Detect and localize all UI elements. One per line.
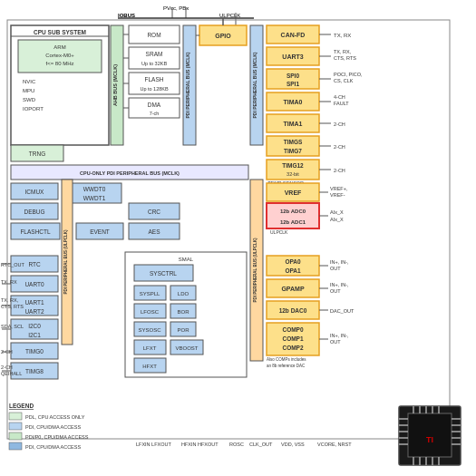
svg-text:SDA, SCL: SDA, SCL <box>1 324 24 329</box>
svg-text:SMAL: SMAL <box>179 257 194 262</box>
svg-text:PDI PERIPHERAL BUS (MCLK): PDI PERIPHERAL BUS (MCLK) <box>185 52 190 118</box>
svg-text:LFOSC: LFOSC <box>141 309 160 315</box>
svg-text:HFXT: HFXT <box>142 364 157 369</box>
svg-text:VBOOST: VBOOST <box>175 345 198 351</box>
svg-text:OPA1: OPA1 <box>285 267 301 274</box>
svg-text:DMA: DMA <box>148 102 161 108</box>
svg-text:ROSC: ROSC <box>229 442 244 447</box>
svg-text:Up to 128KB: Up to 128KB <box>140 86 169 92</box>
svg-text:POCI, PICO,: POCI, PICO, <box>334 72 363 77</box>
svg-text:VREF: VREF <box>285 189 302 196</box>
svg-rect-210 <box>9 423 22 430</box>
svg-text:AIx_X: AIx_X <box>330 209 344 215</box>
svg-text:COMP1: COMP1 <box>282 335 304 342</box>
svg-text:VREF+,: VREF+, <box>330 186 348 191</box>
svg-text:Also COMPs includes: Also COMPs includes <box>267 357 306 362</box>
svg-text:VDD, VSS: VDD, VSS <box>281 442 305 447</box>
svg-text:SYSPLL: SYSPLL <box>140 291 160 296</box>
svg-text:an 8b reference DAC: an 8b reference DAC <box>267 364 306 368</box>
svg-text:TX, RX,: TX, RX, <box>334 49 352 54</box>
svg-text:UART0: UART0 <box>24 281 44 287</box>
svg-text:FLASHCTL: FLASHCTL <box>20 228 51 235</box>
svg-text:4-CH: 4-CH <box>334 94 345 100</box>
svg-text:RTC: RTC <box>28 261 41 267</box>
diagram-container: PVcc, PBx IOBUS ULPCLK CPU SUB SYSTEM AR… <box>0 0 476 476</box>
svg-text:I2C1: I2C1 <box>28 332 41 338</box>
svg-text:AES: AES <box>148 228 160 235</box>
svg-text:TIMG0: TIMG0 <box>25 348 44 355</box>
cpu-subsystem-title: CPU SUB SYSTEM <box>34 29 86 35</box>
svg-text:IOPORT: IOPORT <box>23 106 44 112</box>
svg-text:Up to 32KB: Up to 32KB <box>141 61 167 66</box>
svg-text:TIMG8: TIMG8 <box>25 368 44 374</box>
svg-text:OUT: OUT <box>330 339 341 345</box>
svg-text:ROM: ROM <box>147 32 160 38</box>
svg-text:OUT: OUT <box>330 266 341 271</box>
svg-text:CPU-ONLY PDI PERIPHERAL BUS (M: CPU-ONLY PDI PERIPHERAL BUS (MCLK) <box>80 170 180 176</box>
svg-text:I2C0: I2C0 <box>28 323 41 329</box>
svg-text:IN+, IN-,: IN+, IN-, <box>330 259 349 265</box>
svg-text:SPI0: SPI0 <box>287 73 299 79</box>
svg-text:COMP2: COMP2 <box>282 345 304 351</box>
svg-text:TIMG7: TIMG7 <box>284 148 302 154</box>
svg-text:2-CH: 2-CH <box>334 144 345 150</box>
svg-text:PDI, CPU/DMA ACCESS: PDI, CPU/DMA ACCESS <box>25 424 81 430</box>
svg-text:TIMA0: TIMA0 <box>284 99 303 105</box>
svg-text:CRC: CRC <box>148 209 160 215</box>
svg-text:HFXIN HFXOUT: HFXIN HFXOUT <box>181 442 219 447</box>
svg-text:IN+, IN-,: IN+, IN-, <box>330 282 349 287</box>
svg-text:GPIO: GPIO <box>215 33 231 39</box>
svg-text:PDL, CPU ACCESS ONLY: PDL, CPU ACCESS ONLY <box>25 414 85 420</box>
svg-text:MPU: MPU <box>23 88 34 93</box>
svg-text:COMP0: COMP0 <box>282 326 304 333</box>
svg-text:2-CH: 2-CH <box>334 168 345 173</box>
svg-text:RTC_OUT: RTC_OUT <box>1 262 25 267</box>
svg-text:CTS, RTS: CTS, RTS <box>334 55 356 61</box>
svg-text:2-CH: 2-CH <box>334 121 345 127</box>
svg-text:EVENT: EVENT <box>90 228 110 235</box>
svg-text:SWD: SWD <box>23 97 36 102</box>
svg-text:PDI, CPU/DMA ACCESS: PDI, CPU/DMA ACCESS <box>25 444 81 450</box>
svg-text:TRNG: TRNG <box>29 151 45 157</box>
svg-text:PDI/P0, CPU/DMA ACCESS: PDI/P0, CPU/DMA ACCESS <box>25 434 89 440</box>
svg-text:LDO: LDO <box>178 291 189 296</box>
svg-rect-208 <box>9 413 22 420</box>
svg-text:CLK_OUT: CLK_OUT <box>249 442 273 447</box>
svg-text:12b DAC0: 12b DAC0 <box>279 307 307 314</box>
svg-text:2-CH: 2-CH <box>1 364 13 370</box>
svg-text:12b ADC0: 12b ADC0 <box>280 209 306 214</box>
svg-text:FAULT: FAULT <box>334 101 349 106</box>
svg-rect-214 <box>9 442 22 450</box>
svg-text:PDI PERIPHERAL BUS (ULPCLK): PDI PERIPHERAL BUS (ULPCLK) <box>63 229 68 294</box>
svg-text:CAN-FD: CAN-FD <box>281 32 306 38</box>
svg-text:VREF-: VREF- <box>330 192 345 198</box>
svg-text:OPA0: OPA0 <box>285 258 301 265</box>
svg-text:TX, RX: TX, RX <box>334 33 351 38</box>
svg-text:UART2: UART2 <box>24 308 44 315</box>
svg-text:WWDT0: WWDT0 <box>83 186 106 192</box>
svg-text:DEBUG: DEBUG <box>24 209 44 215</box>
svg-text:12b ADC1: 12b ADC1 <box>280 219 306 225</box>
svg-text:ICMUX: ICMUX <box>25 189 45 195</box>
svg-text:VCORE, NRST: VCORE, NRST <box>317 442 352 447</box>
svg-text:TX, RX,: TX, RX, <box>1 297 19 303</box>
svg-text:DAC_OUT: DAC_OUT <box>330 308 355 314</box>
svg-text:TI: TI <box>426 435 433 444</box>
svg-rect-177 <box>7 20 450 439</box>
svg-text:UART1: UART1 <box>24 299 44 306</box>
svg-text:ARM: ARM <box>53 44 65 50</box>
svg-text:UART3: UART3 <box>282 53 303 60</box>
svg-text:GPAMP: GPAMP <box>281 286 304 292</box>
svg-text:PDI PERIPHERAL BUS (ULPCLK): PDI PERIPHERAL BUS (ULPCLK) <box>253 238 257 302</box>
svg-text:POR: POR <box>177 327 189 333</box>
svg-text:FLASH: FLASH <box>145 76 164 83</box>
svg-text:QEIHALL: QEIHALL <box>1 371 22 376</box>
svg-text:LEGEND: LEGEND <box>9 403 34 409</box>
svg-text:WWDT1: WWDT1 <box>83 195 106 201</box>
svg-text:CS, CLK: CS, CLK <box>334 78 354 83</box>
svg-text:IN+, IN-,: IN+, IN-, <box>330 333 349 338</box>
svg-text:LFXIN LFXOUT: LFXIN LFXOUT <box>136 442 171 447</box>
svg-text:TIMGS: TIMGS <box>284 139 303 145</box>
svg-text:SPI1: SPI1 <box>287 81 299 87</box>
svg-text:SYSCTRL: SYSCTRL <box>150 270 177 277</box>
